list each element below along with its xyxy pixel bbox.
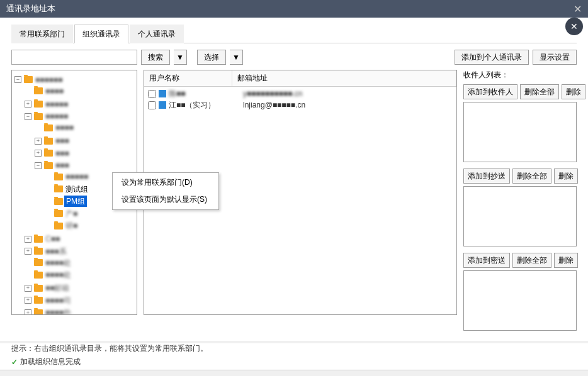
tree-node[interactable]: +■■■系	[25, 246, 68, 257]
display-settings-button[interactable]: 显示设置	[533, 50, 577, 65]
folder-icon	[34, 248, 43, 255]
tree-node[interactable]: +■■■■■	[25, 99, 69, 110]
tree-node[interactable]: +■■■■司	[25, 295, 72, 306]
recipients-column: 收件人列表： 添加到收件人 删除全部 删除 添加到抄送 删除全部 删除	[463, 70, 577, 337]
tree-node[interactable]: 产■	[45, 208, 79, 219]
folder-icon	[54, 174, 63, 180]
expand-icon[interactable]: +	[25, 248, 31, 255]
folder-icon	[34, 113, 43, 120]
recipients-title: 收件人列表：	[463, 70, 577, 80]
recipients-cc-list[interactable]	[463, 186, 577, 246]
search-button[interactable]: 搜索	[141, 50, 170, 65]
delete-bcc-button[interactable]: 删除	[554, 253, 578, 268]
tree-node[interactable]: +■■■■外	[25, 307, 72, 315]
expand-icon[interactable]: +	[25, 297, 31, 304]
recipients-bcc-list[interactable]	[463, 270, 577, 331]
list-header: 用户名称 邮箱地址	[144, 70, 456, 87]
folder-icon	[44, 124, 53, 131]
delete-cc-button[interactable]: 删除	[554, 169, 578, 184]
tab-bar: 常用联系部门 组织通讯录 个人通讯录	[11, 24, 577, 43]
status-bar: ✓ 加载组织信息完成	[11, 357, 577, 367]
column-email[interactable]: 邮箱地址	[232, 70, 456, 86]
tree-node-root[interactable]: −■■■■■■	[14, 74, 64, 86]
tree-node[interactable]: ■■■■	[35, 122, 75, 133]
tree-node[interactable]: −■■■■■	[25, 111, 69, 122]
folder-icon	[34, 236, 43, 243]
folder-icon	[34, 272, 43, 279]
add-to-bcc-button[interactable]: 添加到密送	[463, 253, 510, 268]
recipients-to-list[interactable]	[463, 102, 577, 162]
row-checkbox[interactable]	[148, 90, 156, 98]
column-username[interactable]: 用户名称	[144, 70, 232, 86]
folder-icon	[54, 210, 63, 217]
tree-node[interactable]: +■■■	[35, 148, 71, 159]
window-title: 通讯录地址本	[6, 3, 55, 14]
tree-node[interactable]: +■■邮箱	[25, 282, 71, 294]
folder-icon	[44, 150, 53, 157]
tab-org-addressbook[interactable]: 组织通讯录	[74, 25, 128, 43]
tree-node-test-group[interactable]: 测试组	[45, 184, 89, 195]
search-input[interactable]	[11, 50, 137, 65]
folder-icon	[54, 198, 63, 205]
folder-icon	[34, 297, 43, 304]
expand-icon[interactable]: +	[35, 138, 42, 145]
expand-icon[interactable]: +	[35, 150, 42, 157]
expand-icon[interactable]: +	[25, 285, 31, 292]
expand-icon[interactable]: +	[25, 101, 31, 108]
context-set-default-view[interactable]: 设置该页面为默认显示(S)	[113, 191, 218, 208]
add-to-personal-button[interactable]: 添加到个人通讯录	[455, 50, 529, 65]
tab-frequent-contacts[interactable]: 常用联系部门	[11, 25, 73, 43]
tree-node[interactable]: 研■	[45, 220, 79, 231]
tree-node[interactable]: ■■■■处	[25, 269, 72, 280]
delete-to-button[interactable]: 删除	[562, 84, 585, 99]
select-dropdown-button[interactable]: ▼	[230, 50, 243, 65]
search-dropdown-button[interactable]: ▼	[174, 50, 187, 65]
user-icon	[159, 90, 166, 97]
list-row[interactable]: 陈■■ y■■■■■■■■■■.cn	[148, 88, 453, 99]
context-set-frequent[interactable]: 设为常用联系部门(D)	[113, 174, 218, 191]
folder-icon	[34, 101, 43, 108]
close-circle-button[interactable]: ✕	[565, 18, 583, 35]
toolbar: 搜索▼ 选择▼ 添加到个人通讯录 显示设置	[11, 50, 577, 65]
add-to-recipients-button[interactable]: 添加到收件人	[463, 84, 517, 99]
tree-node[interactable]: ■■■■■	[45, 171, 89, 182]
tree-node-pm-group[interactable]: PM组	[45, 196, 87, 207]
delete-all-to-button[interactable]: 删除全部	[520, 84, 559, 99]
list-row[interactable]: 江■■（实习） lnjiang@■■■■■.cn	[148, 99, 453, 111]
folder-icon	[34, 259, 43, 266]
folder-icon	[44, 162, 53, 169]
title-bar: 通讯录地址本 ✕	[0, 0, 588, 18]
tree-node[interactable]: +■■■	[35, 135, 71, 147]
expand-icon[interactable]: +	[25, 236, 31, 243]
delete-all-cc-button[interactable]: 删除全部	[512, 169, 551, 184]
add-to-cc-button[interactable]: 添加到抄送	[463, 169, 510, 184]
folder-icon	[44, 138, 53, 145]
collapse-icon[interactable]: −	[35, 162, 42, 169]
folder-icon	[54, 223, 63, 229]
hint-text: 提示：右击组织通讯录目录，能将其设置为常用联系部门。	[11, 343, 577, 354]
tree-node[interactable]: ■■■■处	[25, 257, 72, 268]
tree-node[interactable]: +C■■	[25, 233, 61, 245]
delete-all-bcc-button[interactable]: 删除全部	[512, 253, 551, 268]
tab-personal-addressbook[interactable]: 个人通讯录	[130, 25, 184, 43]
dialog-footer: 确定 取消	[0, 370, 588, 376]
checkmark-icon: ✓	[11, 358, 18, 367]
folder-icon	[34, 87, 43, 94]
tree-node[interactable]: −■■■	[35, 160, 71, 171]
collapse-icon[interactable]: −	[14, 76, 21, 83]
expand-icon[interactable]: +	[25, 309, 31, 316]
context-menu: 设为常用联系部门(D) 设置该页面为默认显示(S)	[112, 172, 219, 210]
tree-node[interactable]: ■■■■	[25, 86, 65, 97]
window-close-x-icon[interactable]: ✕	[574, 3, 582, 15]
folder-icon	[34, 285, 43, 292]
row-checkbox[interactable]	[148, 101, 156, 109]
select-button[interactable]: 选择	[197, 50, 226, 65]
collapse-icon[interactable]: −	[25, 113, 31, 120]
folder-icon	[24, 76, 33, 83]
folder-icon	[34, 309, 43, 316]
status-text: 加载组织信息完成	[20, 357, 81, 367]
folder-icon	[54, 185, 63, 192]
user-icon	[159, 101, 166, 109]
